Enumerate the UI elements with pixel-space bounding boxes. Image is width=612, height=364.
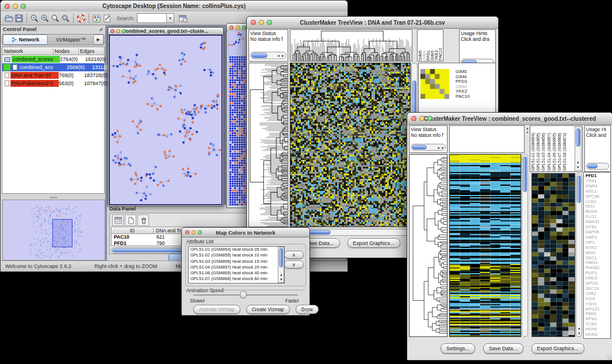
zoom-out-icon[interactable] xyxy=(29,13,40,24)
network-table-row[interactable]: combined_sco 2569(6) 13112(15) xyxy=(2,63,104,71)
close-icon[interactable] xyxy=(411,116,416,121)
help-lifesaver-icon[interactable] xyxy=(76,13,86,24)
dialog-attribute-item[interactable]: GPL51-02 (GSM855) heat shock 10 min xyxy=(189,252,284,258)
float-panel-icon[interactable]: ⬈ xyxy=(99,27,103,32)
zoom-window-icon[interactable] xyxy=(21,3,26,9)
tv1-column-label[interactable]: PFD1 xyxy=(426,30,430,60)
network-table-row[interactable]: combined_scores 2764(0) 16218(0) xyxy=(2,55,104,63)
scroll-up-icon[interactable]: ▲ xyxy=(577,327,581,330)
tv2-column-label[interactable]: GPL51-02 (GSM855) xyxy=(536,127,541,171)
tv1-column-label[interactable]: GIM5 xyxy=(418,30,422,60)
tv2-column-label[interactable]: GPL51-01 (GSM854) xyxy=(531,127,536,171)
col-network[interactable]: Network xyxy=(2,48,53,54)
tv1-left-dendrogram-canvas[interactable] xyxy=(249,63,288,227)
tv1-status-hscrollbar[interactable]: ◄ ► xyxy=(250,52,286,59)
select-attributes-icon[interactable] xyxy=(112,214,124,226)
animation-speed-slider-thumb[interactable] xyxy=(240,291,247,298)
tv1-heatmap-canvas[interactable] xyxy=(290,63,410,227)
dialog-titlebar[interactable]: Map Colors to Network xyxy=(182,228,309,237)
tv1-heatmap-panel[interactable] xyxy=(290,63,411,227)
zoom-in-icon[interactable] xyxy=(40,13,50,24)
scroll-left-icon[interactable]: ◄ xyxy=(437,146,440,150)
zoom-window-icon[interactable] xyxy=(267,20,272,25)
dialog-attribute-item[interactable]: GPL51-07 (GSM868) heat shock 60 min xyxy=(189,276,284,282)
tv1-column-label[interactable]: GIM3 xyxy=(430,30,434,60)
zoom-window-icon[interactable] xyxy=(242,25,246,29)
panel-divider[interactable] xyxy=(1,195,106,200)
scroll-right-icon[interactable]: ► xyxy=(441,146,445,150)
tv2-button[interactable]: Save Data... xyxy=(483,343,523,354)
scroll-left-icon[interactable]: ◄ xyxy=(277,54,280,58)
tv1-left-dendrogram-panel[interactable] xyxy=(248,63,288,227)
move-down-button[interactable]: ∨ xyxy=(284,260,304,269)
tv2-left-dendrogram-canvas[interactable] xyxy=(410,155,447,336)
close-icon[interactable] xyxy=(5,3,10,9)
minimize-icon[interactable] xyxy=(13,3,18,9)
window-controls[interactable] xyxy=(5,3,26,9)
treeview1-titlebar[interactable]: ClusterMaker TreeView : DNA and Tran 07-… xyxy=(247,17,498,29)
search-input[interactable] xyxy=(137,13,167,23)
resize-grip[interactable] xyxy=(606,354,612,359)
network-overview-thumbnail[interactable] xyxy=(2,200,105,260)
dialog-attribute-list[interactable]: GPL51-01 (GSM854) heat shock 05 minGPL51… xyxy=(188,246,285,283)
tv2-small-heatmap-panel[interactable] xyxy=(531,173,575,337)
scroll-up-icon[interactable]: ▲ xyxy=(280,273,283,277)
tv2-status-hscrollbar[interactable]: ◄ ► xyxy=(411,144,446,151)
tv1-gene-label[interactable]: PAC10 xyxy=(456,94,470,99)
delete-attribute-icon[interactable] xyxy=(137,214,149,226)
scroll-down-icon[interactable]: ▼ xyxy=(577,332,581,335)
tv2-button[interactable]: Settings... xyxy=(441,343,475,354)
annotation-icon[interactable] xyxy=(102,13,112,24)
minimize-icon[interactable] xyxy=(116,29,120,33)
tv1-button[interactable]: Export Graphics... xyxy=(347,238,400,248)
zoom-window-icon[interactable] xyxy=(122,29,126,33)
tv2-tiny-scroll-arrows[interactable]: ▲▼ xyxy=(525,127,530,135)
tab-vizmapper[interactable]: VizMapper™ xyxy=(49,35,93,44)
tv2-heatmap-panel[interactable] xyxy=(449,154,521,337)
col-nodes[interactable]: Nodes xyxy=(53,48,78,54)
tv2-column-label[interactable]: GPL51-07 (GSM868) xyxy=(557,127,563,171)
resize-grip[interactable] xyxy=(303,309,309,315)
network-table-row[interactable]: DNA and Tran 07 769(0) 183728(0) xyxy=(2,71,104,79)
main-titlebar[interactable]: Cytoscape Desktop (Session Name: collins… xyxy=(1,1,347,12)
col-edges[interactable]: Edges xyxy=(78,48,104,54)
tv2-heatmap-vscrollbar[interactable] xyxy=(522,154,528,337)
tv2-button[interactable]: Export Graphics... xyxy=(531,343,584,354)
treeview2-titlebar[interactable]: ClusterMaker TreeView : combined_scores_… xyxy=(407,113,612,125)
save-icon[interactable] xyxy=(14,13,24,24)
dialog-button[interactable]: Animate Vizmap xyxy=(193,305,240,314)
tv1-column-label[interactable]: GIM4 xyxy=(422,30,426,60)
overview-canvas[interactable] xyxy=(3,200,105,260)
tv1-mini-heatmap-canvas[interactable] xyxy=(420,69,449,99)
dialog-attribute-item[interactable]: GPL51-04 (GSM857) heat shock 20 min xyxy=(189,265,284,270)
network-table-header[interactable]: Network Nodes Edges xyxy=(2,47,104,55)
minimize-icon[interactable] xyxy=(259,20,264,25)
id-column-header[interactable]: ID xyxy=(112,228,153,233)
tab-network[interactable]: Network xyxy=(3,35,48,45)
scroll-up-icon[interactable]: ▲ xyxy=(576,160,580,164)
close-icon[interactable] xyxy=(185,231,189,235)
open-file-icon[interactable] xyxy=(3,13,14,24)
network-view-window[interactable]: combined_scores_good.txt--cluste... xyxy=(108,27,224,206)
node-appearance-icon[interactable] xyxy=(91,13,102,24)
scroll-right-icon[interactable]: ► xyxy=(281,54,285,58)
tv2-small-heatmap-canvas[interactable] xyxy=(532,174,575,336)
network-table-row[interactable]: RNAPuberNov2+| 563(0) 107847(0) xyxy=(2,79,104,87)
tv2-column-label[interactable]: GPL51-04 (GSM857) xyxy=(547,127,552,171)
dialog-attribute-item[interactable]: GPL51-06 (GSM865) heat shock 40 min xyxy=(189,270,284,276)
tv2-left-dendrogram-panel[interactable] xyxy=(409,154,447,337)
tv2-column-label[interactable]: GPL51-06 (GSM865) xyxy=(552,127,557,171)
dialog-button[interactable]: Create Vizmap xyxy=(246,305,290,314)
move-up-button[interactable]: ∧ xyxy=(284,251,304,259)
dialog-list-vscrollbar[interactable]: ▲ ▼ xyxy=(278,247,284,283)
tv2-hints-hscrollbar[interactable] xyxy=(586,163,609,170)
tv2-column-label[interactable]: GPL51-08 (GSM872) xyxy=(563,127,568,171)
dialog-attribute-item[interactable]: GPL51-03 (GSM856) heat shock 15 min xyxy=(189,259,284,265)
tv1-top-dendrogram-canvas[interactable] xyxy=(290,30,412,61)
tv2-column-label[interactable]: GPL51-03 (GSM856) xyxy=(541,127,546,171)
new-attribute-icon[interactable] xyxy=(125,214,136,226)
tv1-column-label[interactable]: YKE2 xyxy=(434,30,438,60)
minimize-icon[interactable] xyxy=(192,231,196,235)
zoom-selected-icon[interactable] xyxy=(50,13,60,24)
zoom-window-icon[interactable] xyxy=(198,231,202,235)
